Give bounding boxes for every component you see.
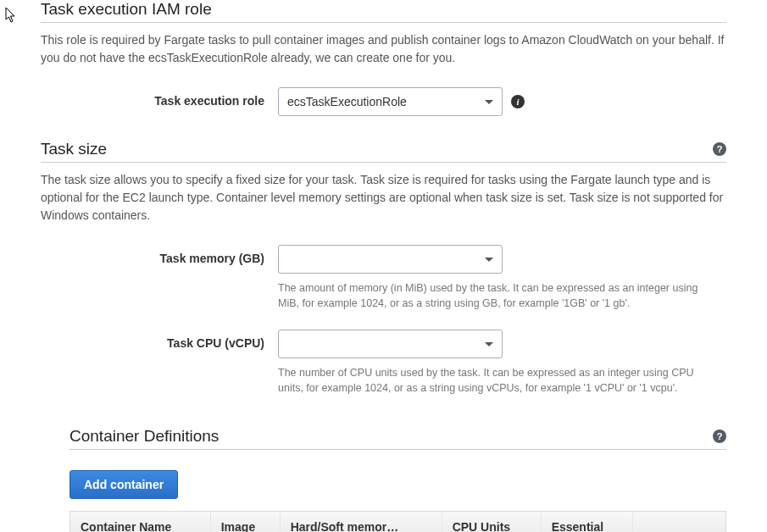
task-memory-row: Task memory (GB) The amount of memory (i… xyxy=(41,245,726,311)
task-memory-label: Task memory (GB) xyxy=(41,245,278,265)
task-execution-role-row: Task execution role ecsTaskExecutionRole… xyxy=(41,87,726,116)
col-cpu-units[interactable]: CPU Units xyxy=(442,511,541,532)
task-size-section: Task size ? The task size allows you to … xyxy=(41,140,726,532)
col-essential[interactable]: Essential xyxy=(541,511,632,532)
task-size-title: Task size xyxy=(41,140,107,158)
task-size-header: Task size ? xyxy=(41,140,726,163)
chevron-down-icon xyxy=(485,342,493,346)
task-execution-role-select[interactable]: ecsTaskExecutionRole xyxy=(278,87,503,116)
col-container-name[interactable]: Container Name xyxy=(70,511,211,532)
containers-table: Container Name Image Hard/Soft memor… CP… xyxy=(69,511,726,533)
col-actions xyxy=(633,511,726,532)
add-container-button[interactable]: Add container xyxy=(69,470,178,499)
container-definitions-header: Container Definitions ? xyxy=(69,427,726,450)
iam-role-description: This role is required by Fargate tasks t… xyxy=(41,31,726,67)
task-memory-select[interactable] xyxy=(278,245,503,274)
task-cpu-select[interactable] xyxy=(278,330,503,358)
info-icon[interactable]: i xyxy=(511,95,525,108)
iam-role-section: Task execution IAM role This role is req… xyxy=(41,0,726,116)
col-memory[interactable]: Hard/Soft memor… xyxy=(280,511,442,532)
chevron-down-icon xyxy=(485,100,493,104)
task-execution-role-value: ecsTaskExecutionRole xyxy=(287,95,407,108)
task-cpu-label: Task CPU (vCPU) xyxy=(41,330,278,350)
task-size-description: The task size allows you to specify a fi… xyxy=(41,171,726,224)
help-icon[interactable]: ? xyxy=(713,142,726,156)
container-definitions-title: Container Definitions xyxy=(69,427,219,446)
help-icon[interactable]: ? xyxy=(713,429,726,443)
col-image[interactable]: Image xyxy=(210,511,280,532)
iam-role-header: Task execution IAM role xyxy=(41,0,726,23)
task-cpu-hint: The number of CPU units used by the task… xyxy=(278,365,719,396)
table-header-row: Container Name Image Hard/Soft memor… CP… xyxy=(70,511,726,532)
task-cpu-row: Task CPU (vCPU) The number of CPU units … xyxy=(41,330,726,396)
container-definitions-section: Container Definitions ? Add container Co… xyxy=(69,427,726,533)
task-memory-hint: The amount of memory (in MiB) used by th… xyxy=(278,280,719,311)
task-execution-role-label: Task execution role xyxy=(41,87,278,108)
mouse-cursor-icon xyxy=(5,7,19,24)
iam-role-title: Task execution IAM role xyxy=(41,0,212,19)
chevron-down-icon xyxy=(485,258,493,262)
